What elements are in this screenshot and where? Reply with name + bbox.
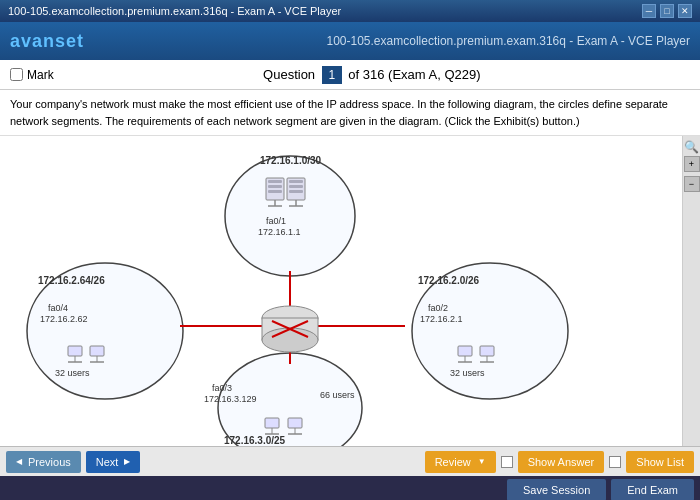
logo-part1: avan [10,31,55,51]
minimize-button[interactable]: ─ [642,4,656,18]
show-list-checkbox[interactable] [609,456,621,468]
svg-text:32 users: 32 users [55,368,90,378]
end-exam-button[interactable]: End Exam [611,479,694,500]
app-header: avanset 100-105.examcollection.premium.e… [0,22,700,60]
mark-checkbox[interactable] [10,68,23,81]
zoom-in-button[interactable]: + [684,156,700,172]
show-list-button[interactable]: Show List [626,451,694,473]
svg-text:172.16.2.64/26: 172.16.2.64/26 [38,275,105,286]
svg-text:fa0/1: fa0/1 [266,216,286,226]
header-title: 100-105.examcollection.premium.exam.316q… [327,34,691,48]
show-answer-checkbox[interactable] [501,456,513,468]
title-bar: 100-105.examcollection.premium.exam.316q… [0,0,700,22]
svg-text:fa0/2: fa0/2 [428,303,448,313]
svg-point-10 [262,328,318,352]
app-title: 100-105.examcollection.premium.exam.316q… [8,5,341,17]
bottom-toolbar: Previous Next Review Show Answer Show Li… [0,446,700,476]
question-bar: Mark Question 1 of 316 (Exam A, Q229) [0,60,700,90]
zoom-out-button[interactable]: − [684,176,700,192]
svg-rect-16 [268,190,282,193]
logo: avanset [10,31,84,52]
previous-button[interactable]: Previous [6,451,81,473]
review-button[interactable]: Review [425,451,496,473]
svg-rect-22 [289,190,303,193]
save-end-bar: Save Session End Exam [0,476,700,500]
svg-rect-14 [268,180,282,183]
show-answer-button[interactable]: Show Answer [518,451,605,473]
save-session-button[interactable]: Save Session [507,479,606,500]
svg-text:172.16.2.0/26: 172.16.2.0/26 [418,275,480,286]
question-number: 1 [322,66,342,84]
svg-rect-40 [288,418,302,428]
svg-text:66 users: 66 users [320,390,355,400]
svg-text:32 users: 32 users [450,368,485,378]
svg-text:172.16.1.0/30: 172.16.1.0/30 [260,155,322,166]
question-info: Question 1 of 316 (Exam A, Q229) [54,66,690,84]
svg-text:172.16.1.1: 172.16.1.1 [258,227,301,237]
mark-label[interactable]: Mark [10,68,54,82]
svg-rect-31 [458,346,472,356]
svg-point-0 [225,156,355,276]
maximize-button[interactable]: □ [660,4,674,18]
svg-text:172.16.2.62: 172.16.2.62 [40,314,88,324]
svg-text:172.16.3.129: 172.16.3.129 [204,394,257,404]
next-button[interactable]: Next [86,451,141,473]
main-content: 172.16.1.0/30 fa0/1 172.16.1.1 172.16.2.… [0,136,700,446]
svg-text:172.16.3.0/25: 172.16.3.0/25 [224,435,286,446]
svg-rect-34 [480,346,494,356]
search-icon[interactable]: 🔍 [684,140,699,154]
svg-text:fa0/4: fa0/4 [48,303,68,313]
svg-rect-37 [265,418,279,428]
window-controls: ─ □ ✕ [642,4,692,18]
svg-rect-28 [90,346,104,356]
svg-text:172.16.2.1: 172.16.2.1 [420,314,463,324]
scrollbar: 🔍 + − [682,136,700,446]
diagram-area: 172.16.1.0/30 fa0/1 172.16.1.1 172.16.2.… [0,136,700,446]
network-diagram: 172.16.1.0/30 fa0/1 172.16.1.1 172.16.2.… [0,136,640,446]
svg-rect-15 [268,185,282,188]
close-button[interactable]: ✕ [678,4,692,18]
svg-rect-21 [289,185,303,188]
svg-text:fa0/3: fa0/3 [212,383,232,393]
svg-rect-20 [289,180,303,183]
question-text: Your company's network must make the mos… [0,90,700,136]
svg-rect-25 [68,346,82,356]
logo-part2: set [55,31,84,51]
